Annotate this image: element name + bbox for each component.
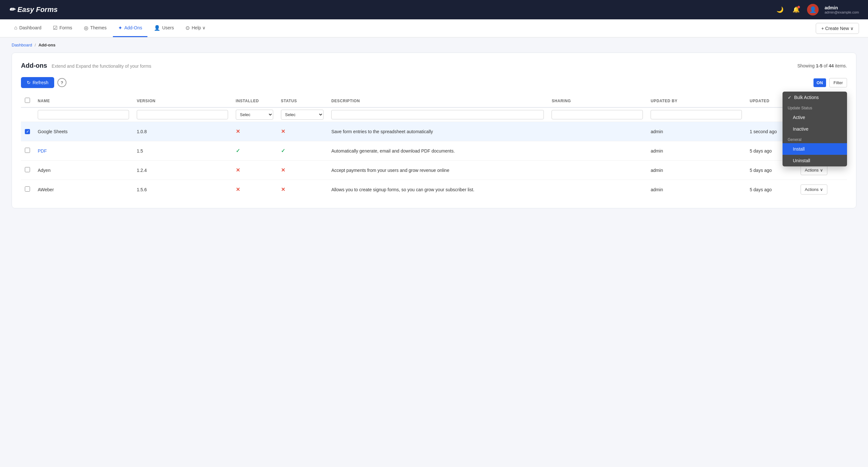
table-row: AWeber 1.5.6 ✕ ✕ Allows you to create si… [21, 180, 847, 199]
filter-name-input[interactable] [38, 110, 129, 119]
nav-label-dashboard: Dashboard [19, 25, 41, 30]
filter-button[interactable]: Filter [829, 78, 847, 87]
nav-item-help[interactable]: ⊙ Help ∨ [180, 19, 211, 37]
actions-button-aweber[interactable]: Actions ∨ [801, 185, 827, 194]
count-prefix: Showing [797, 63, 816, 68]
filter-toggle[interactable]: ON [813, 79, 827, 87]
card-subtitle: Extend and Expand the functionality of y… [52, 64, 151, 69]
update-status-label: Update Status [782, 103, 847, 112]
notification-dot [797, 6, 800, 8]
row-updated-by-adyen: admin [651, 168, 663, 173]
dashboard-icon: ⌂ [14, 25, 18, 31]
nav-links: ⌂ Dashboard ☑ Forms ◎ Themes ✦ Add-Ons 👤… [9, 19, 211, 37]
count-suffix: items. [834, 63, 847, 68]
row-description-adyen: Accept payments from your users and grow… [331, 168, 449, 173]
nav-label-themes: Themes [90, 25, 107, 30]
count-of: of [823, 63, 829, 68]
refresh-label: Refresh [33, 80, 49, 85]
row-description-aweber: Allows you to create signup forms, so yo… [331, 187, 474, 192]
table-row: PDF 1.5 ✓ ✓ Automatically generate, emai… [21, 141, 847, 161]
row-updated-by-pdf: admin [651, 148, 663, 154]
row-status-aweber: ✕ [281, 187, 285, 192]
row-updated-pdf: 5 days ago [750, 148, 772, 154]
filter-version-input[interactable] [137, 110, 228, 119]
card-title-area: Add-ons Extend and Expand the functional… [21, 62, 151, 69]
filter-sharing-input[interactable] [552, 110, 643, 119]
row-updated-google-sheets: 1 second ago [750, 129, 777, 134]
table-head: NAME VERSION INSTALLED STATUS DESCRIPTIO… [21, 94, 847, 107]
breadcrumb-separator: / [35, 42, 36, 48]
main-nav: ⌂ Dashboard ☑ Forms ◎ Themes ✦ Add-Ons 👤… [0, 19, 868, 37]
row-checkbox-adyen[interactable] [25, 167, 30, 172]
breadcrumb-current: Add-ons [38, 42, 56, 48]
app-logo: ✏ Easy Forms [9, 5, 58, 14]
table-row: Google Sheets 1.0.8 ✕ ✕ Save form entrie… [21, 122, 847, 141]
breadcrumb-bar: Dashboard / Add-ons [0, 37, 868, 53]
row-installed-pdf: ✓ [236, 148, 240, 154]
nav-item-users[interactable]: 👤 Users [149, 19, 179, 37]
filter-installed-select[interactable]: Selec Yes No [236, 110, 273, 120]
install-label: Install [793, 147, 805, 152]
card-header: Add-ons Extend and Expand the functional… [21, 62, 847, 69]
username: admin [825, 5, 859, 10]
general-label: General [782, 135, 847, 143]
create-new-button[interactable]: + Create New ∨ [816, 23, 859, 34]
install-item[interactable]: Install [782, 143, 847, 155]
card-count: Showing 1-5 of 44 items. [797, 63, 847, 68]
row-checkbox-google-sheets[interactable] [25, 129, 30, 134]
active-label: Active [793, 115, 805, 120]
row-updated-by-aweber: admin [651, 187, 663, 192]
logo-icon: ✏ [9, 5, 15, 14]
row-checkbox-aweber[interactable] [25, 186, 30, 192]
col-name: NAME [34, 94, 133, 107]
nav-item-addons[interactable]: ✦ Add-Ons [113, 19, 147, 37]
toolbar-left: ↻ Refresh ? [21, 77, 66, 88]
card-title: Add-ons [21, 62, 47, 69]
actions-button-adyen[interactable]: Actions ∨ [801, 165, 827, 175]
nav-item-dashboard[interactable]: ⌂ Dashboard [9, 19, 46, 37]
help-circle-icon[interactable]: ? [57, 78, 66, 87]
avatar[interactable]: 👤 [807, 4, 819, 15]
uninstall-item[interactable]: Uninstall [782, 155, 847, 166]
main-content: Add-ons Extend and Expand the functional… [0, 53, 868, 220]
nav-item-forms[interactable]: ☑ Forms [48, 19, 78, 37]
row-updated-adyen: 5 days ago [750, 168, 772, 173]
row-description-pdf: Automatically generate, email and downlo… [331, 148, 455, 154]
nav-label-users: Users [162, 25, 174, 30]
filter-status-select[interactable]: Selec Active Inactive [281, 110, 323, 120]
row-status-google-sheets: ✕ [281, 129, 285, 134]
toolbar: ↻ Refresh ? ON Filter ✓ Bulk [21, 77, 847, 88]
row-status-pdf: ✓ [281, 148, 285, 154]
row-checkbox-pdf[interactable] [25, 148, 30, 153]
nav-label-forms: Forms [59, 25, 72, 30]
row-installed-aweber: ✕ [236, 187, 240, 192]
inactive-label: Inactive [793, 126, 808, 132]
check-icon: ✓ [788, 95, 792, 100]
filter-label: Filter [834, 80, 843, 85]
row-name-pdf[interactable]: PDF [38, 148, 47, 154]
row-status-adyen: ✕ [281, 167, 285, 173]
select-all-checkbox[interactable] [25, 98, 30, 103]
bulk-actions-item[interactable]: ✓ Bulk Actions [782, 92, 847, 103]
chevron-down-icon: ∨ [820, 168, 823, 173]
breadcrumb-home[interactable]: Dashboard [11, 42, 32, 48]
nav-item-themes[interactable]: ◎ Themes [79, 19, 112, 37]
filter-updated-by-input[interactable] [651, 110, 742, 119]
count-total: 44 [829, 63, 834, 68]
row-installed-google-sheets: ✕ [236, 129, 240, 134]
refresh-icon: ↻ [27, 80, 31, 85]
col-sharing: SHARING [548, 94, 647, 107]
addons-table: NAME VERSION INSTALLED STATUS DESCRIPTIO… [21, 94, 847, 199]
dark-mode-icon[interactable]: 🌙 [775, 4, 785, 15]
users-icon: 👤 [154, 25, 160, 31]
refresh-button[interactable]: ↻ Refresh [21, 77, 54, 88]
toggle-label: ON [817, 80, 823, 85]
table-row: Adyen 1.2.4 ✕ ✕ Accept payments from you… [21, 161, 847, 180]
notifications-icon[interactable]: 🔔 [791, 4, 801, 15]
table-body: Selec Yes No Selec Active Inactive [21, 107, 847, 199]
active-item[interactable]: Active [782, 112, 847, 123]
inactive-item[interactable]: Inactive [782, 123, 847, 135]
create-new-label: + Create New ∨ [821, 26, 854, 31]
filter-description-input[interactable] [331, 110, 544, 119]
col-installed: INSTALLED [232, 94, 277, 107]
